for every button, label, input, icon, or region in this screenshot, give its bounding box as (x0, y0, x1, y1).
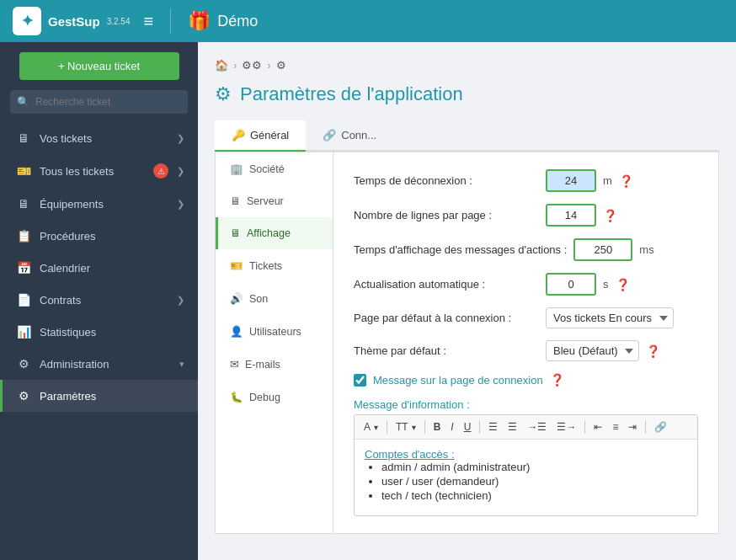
rte-sep (584, 420, 585, 434)
rte-font-button[interactable]: A (360, 419, 382, 435)
chevron-right-icon: ❯ (177, 133, 184, 144)
chevron-right-icon: ❯ (177, 295, 184, 306)
message-connexion-checkbox[interactable] (354, 374, 366, 387)
app-name: GestSup (48, 14, 100, 29)
actualisation-help-icon[interactable]: ❓ (616, 278, 630, 291)
settings-nav-utilisateurs[interactable]: 👤 Utilisateurs (216, 315, 333, 348)
theme-row: Thème par défaut : Bleu (Défaut) ❓ (354, 340, 698, 361)
sidebar-item-calendrier[interactable]: 📅 Calendrier (0, 252, 198, 284)
breadcrumb-sep: › (233, 59, 237, 72)
page-defaut-row: Page par défaut à la connexion : Vos tic… (354, 307, 698, 328)
page-title-icon: ⚙ (215, 83, 232, 105)
lignes-input[interactable] (546, 204, 596, 227)
sidebar-label: Tous les tickets (40, 165, 145, 178)
sidebar: + Nouveau ticket 🔍 🖥 Vos tickets ❯ 🎫 Tou… (0, 42, 198, 560)
lignes-label: Nombre de lignes par page : (354, 209, 539, 221)
rte-indent-decrease-button[interactable]: →☰ (523, 419, 551, 435)
theme-select[interactable]: Bleu (Défaut) (546, 340, 639, 361)
rte-text-button[interactable]: TT (392, 419, 420, 435)
sidebar-label: Statistiques (40, 326, 184, 339)
tab-connexion[interactable]: 🔗 Conn... (306, 120, 393, 152)
nav-label: Son (249, 293, 268, 305)
rte-sep (387, 420, 387, 434)
lignes-row: Nombre de lignes par page : ❓ (354, 204, 698, 227)
rte-sep (424, 420, 425, 434)
rte-underline-button[interactable]: U (460, 419, 476, 435)
chevron-right-icon: ❯ (177, 199, 184, 210)
rte-ul-button[interactable]: ☰ (484, 419, 502, 435)
header-title: 🎁 Démo (188, 10, 258, 32)
rte-content[interactable]: Comptes d'accès : admin / admin (adminis… (355, 440, 697, 515)
tab-general[interactable]: 🔑 Général (215, 120, 306, 152)
nav-label: Tickets (249, 260, 282, 272)
menu-toggle-button[interactable]: ≡ (144, 12, 154, 31)
settings-nav-affichage[interactable]: 🖥 Affichage (216, 217, 333, 249)
new-ticket-button[interactable]: + Nouveau ticket (19, 52, 179, 80)
actualisation-input[interactable] (546, 273, 596, 296)
settings-nav-emails[interactable]: ✉ E-mails (216, 348, 333, 381)
link-icon: 🔗 (323, 129, 336, 141)
page-defaut-label: Page par défaut à la connexion : (354, 312, 539, 324)
deconnexion-help-icon[interactable]: ❓ (619, 174, 633, 188)
gear-breadcrumb-icon[interactable]: ⚙ (276, 59, 286, 72)
settings-nav-debug[interactable]: 🐛 Debug (216, 381, 333, 413)
message-connexion-help-icon[interactable]: ❓ (550, 373, 564, 387)
deconnexion-input[interactable] (546, 169, 596, 192)
rte-toolbar: A TT B I U ☰ ☰ →☰ ☰→ ⇤ ≡ (355, 415, 697, 440)
actualisation-label: Actualisation automatique : (354, 278, 539, 291)
search-icon: 🔍 (17, 96, 29, 108)
app-version: 3.2.54 (107, 17, 131, 26)
settings-nav-son[interactable]: 🔊 Son (216, 282, 333, 315)
affichage-input[interactable] (573, 238, 632, 261)
settings-breadcrumb-icon[interactable]: ⚙⚙ (242, 59, 262, 72)
rte-bullet-2: user / user (demandeur) (381, 475, 687, 488)
rte-align-center-button[interactable]: ≡ (608, 419, 622, 435)
sidebar-item-vos-tickets[interactable]: 🖥 Vos tickets ❯ (0, 122, 198, 154)
admin-icon: ⚙ (16, 357, 31, 371)
sidebar-item-parametres[interactable]: ⚙ Paramètres (0, 380, 198, 412)
sidebar-item-tous-les-tickets[interactable]: 🎫 Tous les tickets ⚠ ❯ (0, 154, 198, 188)
message-info-section: Message d'information : A TT B I U ☰ ☰ →… (354, 398, 698, 516)
nav-label: Société (249, 163, 285, 175)
home-icon[interactable]: 🏠 (215, 59, 228, 72)
sidebar-item-procedures[interactable]: 📋 Procédures (0, 220, 198, 252)
sidebar-item-equipements[interactable]: 🖥 Équipements ❯ (0, 188, 198, 220)
tabs-bar: 🔑 Général 🔗 Conn... (215, 120, 719, 152)
sidebar-item-administration[interactable]: ⚙ Administration ▾ (0, 348, 198, 380)
rte-sep (645, 420, 646, 434)
contract-icon: 📄 (16, 293, 31, 307)
logo-icon: ✦ (13, 7, 41, 35)
server-icon: 🖥 (230, 195, 241, 207)
search-input[interactable] (10, 90, 188, 114)
header-divider (170, 8, 171, 34)
rte-italic-button[interactable]: I (446, 419, 457, 435)
settings-panel: 🏢 Société 🖥 Serveur 🖥 Affichage 🎫 Ticket… (215, 152, 719, 534)
lignes-help-icon[interactable]: ❓ (603, 209, 617, 222)
rte-align-left-button[interactable]: ⇤ (589, 419, 606, 435)
settings-icon: ⚙ (16, 389, 31, 403)
theme-help-icon[interactable]: ❓ (646, 344, 660, 358)
warning-badge: ⚠ (153, 163, 168, 179)
rte-indent-increase-button[interactable]: ☰→ (552, 419, 580, 435)
rte-link-button[interactable]: 🔗 (650, 419, 671, 435)
sidebar-label: Calendrier (40, 262, 184, 275)
demo-icon: 🎁 (188, 10, 211, 32)
settings-nav-societe[interactable]: 🏢 Société (216, 152, 333, 185)
rte-ol-button[interactable]: ☰ (504, 419, 521, 435)
users-icon: 👤 (230, 325, 243, 338)
nav-label: Serveur (247, 195, 284, 207)
settings-nav-tickets[interactable]: 🎫 Tickets (216, 249, 333, 282)
sidebar-label: Paramètres (40, 390, 184, 403)
equipment-icon: 🖥 (16, 197, 31, 211)
rte-align-right-button[interactable]: ⇥ (624, 419, 641, 435)
sidebar-item-contrats[interactable]: 📄 Contrats ❯ (0, 284, 198, 316)
rte-link-comptes[interactable]: Comptes d'accès : (365, 448, 455, 461)
building-icon: 🏢 (230, 163, 243, 175)
affichage-unit: ms (639, 243, 653, 256)
settings-nav: 🏢 Société 🖥 Serveur 🖥 Affichage 🎫 Ticket… (216, 152, 333, 533)
settings-nav-serveur[interactable]: 🖥 Serveur (216, 185, 333, 217)
sidebar-item-statistiques[interactable]: 📊 Statistiques (0, 316, 198, 348)
debug-icon: 🐛 (230, 391, 243, 403)
page-defaut-select[interactable]: Vos tickets En cours (546, 307, 674, 328)
rte-bold-button[interactable]: B (429, 419, 445, 435)
